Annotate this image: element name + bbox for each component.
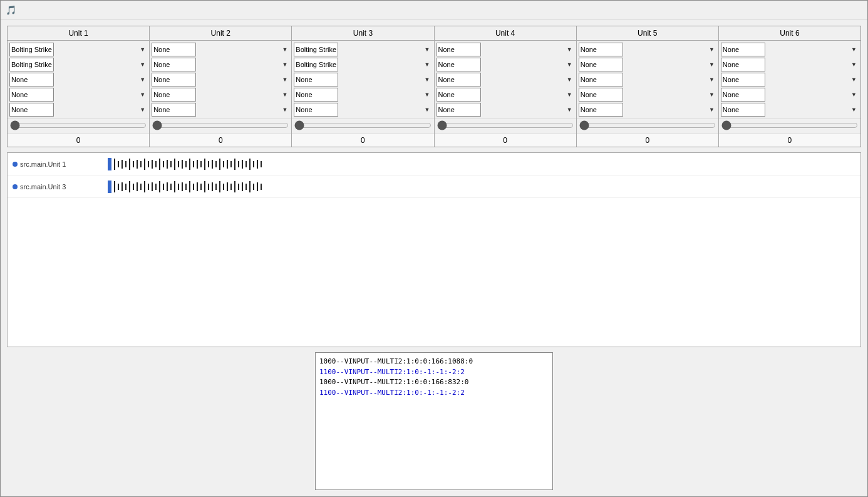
unit-slider-1[interactable] (10, 120, 147, 130)
unit-select-4-1[interactable]: NoneBolting Strike (437, 43, 481, 56)
dropdown-row-3-5: NoneBolting Strike (294, 103, 431, 117)
unit-select-2-3[interactable]: NoneBolting Strike (152, 73, 196, 86)
note-line-1-28 (215, 161, 217, 167)
note-line-1-23 (197, 160, 198, 169)
unit-select-2-1[interactable]: NoneBolting Strike (152, 43, 196, 56)
note-line-1-5 (129, 159, 130, 170)
note-line-2-5 (129, 181, 130, 192)
unit-select-4-5[interactable]: NoneBolting Strike (437, 103, 481, 117)
note-line-1-30 (223, 161, 224, 167)
unit-select-1-3[interactable]: NoneBolting Strike (9, 73, 54, 86)
dropdown-wrapper-5-4: NoneBolting Strike (579, 88, 716, 102)
note-line-1-21 (189, 159, 190, 170)
maximize-button[interactable] (829, 4, 845, 16)
dropdown-row-6-1: NoneBolting Strike (721, 43, 859, 56)
dropdown-wrapper-2-4: NoneBolting Strike (152, 88, 289, 102)
track-notes-area-2[interactable] (108, 177, 860, 196)
unit-select-5-3[interactable]: NoneBolting Strike (579, 73, 623, 86)
note-line-2-40 (261, 184, 262, 190)
output-line-1: 1000--VINPUT--MULTI2:1:0:0:166:1088:0 (319, 357, 549, 367)
unit-header-1: Unit 1 (8, 26, 149, 41)
dropdown-wrapper-6-3: NoneBolting Strike (721, 73, 859, 86)
unit-select-6-5[interactable]: NoneBolting Strike (721, 103, 765, 117)
note-line-2-18 (178, 184, 179, 190)
unit-select-6-3[interactable]: NoneBolting Strike (721, 73, 765, 86)
unit-select-3-2[interactable]: NoneBolting Strike (294, 58, 338, 71)
unit-select-5-5[interactable]: NoneBolting Strike (579, 103, 623, 117)
unit-select-3-3[interactable]: NoneBolting Strike (294, 73, 338, 86)
unit-select-2-5[interactable]: NoneBolting Strike (152, 103, 196, 117)
note-line-1-35 (242, 160, 243, 169)
unit-select-1-5[interactable]: NoneBolting Strike (9, 103, 54, 117)
unit-select-3-4[interactable]: NoneBolting Strike (294, 88, 338, 102)
unit-dropdowns-5: NoneBolting StrikeNoneBolting StrikeNone… (577, 41, 718, 118)
note-line-2-21 (189, 181, 190, 192)
note-line-1-4 (125, 161, 127, 167)
note-line-2-36 (245, 184, 247, 190)
dropdown-row-6-2: NoneBolting Strike (721, 58, 859, 71)
dropdown-wrapper-3-5: NoneBolting Strike (294, 103, 431, 117)
unit-select-1-4[interactable]: NoneBolting Strike (9, 88, 54, 102)
note-line-1-31 (227, 160, 228, 169)
unit-select-5-2[interactable]: NoneBolting Strike (579, 58, 623, 71)
unit-slider-3[interactable] (294, 120, 431, 130)
app-icon: 🎵 (6, 5, 16, 15)
unit-select-1-2[interactable]: NoneBolting Strike (9, 58, 54, 71)
unit-value-display-1: 0 (8, 133, 149, 147)
unit-select-3-5[interactable]: NoneBolting Strike (294, 103, 338, 117)
unit-select-6-4[interactable]: NoneBolting Strike (721, 88, 765, 102)
note-line-1-22 (193, 161, 194, 167)
dropdown-row-2-5: NoneBolting Strike (152, 103, 289, 117)
unit-select-2-4[interactable]: NoneBolting Strike (152, 88, 196, 102)
unit-slider-6[interactable] (721, 120, 858, 130)
dropdown-row-5-5: NoneBolting Strike (579, 103, 716, 117)
note-line-2-29 (219, 181, 220, 192)
note-line-1-37 (249, 159, 251, 170)
close-button[interactable] (846, 4, 862, 16)
note-line-1-10 (148, 161, 149, 167)
track-notes-area-1[interactable] (108, 154, 860, 174)
unit-slider-4[interactable] (437, 120, 574, 130)
piano-roll[interactable]: src.main.Unit 1src.main.Unit 3 (7, 152, 861, 347)
dropdown-wrapper-2-5: NoneBolting Strike (152, 103, 289, 117)
unit-select-4-2[interactable]: NoneBolting Strike (437, 58, 481, 71)
note-line-1-24 (200, 161, 202, 167)
unit-select-4-4[interactable]: NoneBolting Strike (437, 88, 481, 102)
dropdown-row-3-3: NoneBolting Strike (294, 73, 431, 86)
note-line-1-39 (257, 160, 258, 169)
note-line-1-32 (230, 161, 232, 167)
unit-value-display-3: 0 (292, 133, 433, 147)
piano-roll-inner: src.main.Unit 1src.main.Unit 3 (8, 153, 860, 347)
note-line-2-17 (174, 181, 175, 192)
unit-panel-3: Unit 3NoneBolting StrikeNoneBolting Stri… (292, 26, 434, 147)
unit-slider-5[interactable] (579, 120, 716, 130)
unit-select-2-2[interactable]: NoneBolting Strike (152, 58, 196, 71)
unit-select-5-1[interactable]: NoneBolting Strike (579, 43, 623, 56)
note-line-2-38 (253, 184, 254, 190)
track-marker-1 (108, 158, 111, 170)
note-line-1-7 (137, 160, 138, 169)
minimize-button[interactable] (811, 4, 827, 16)
unit-panel-1: Unit 1NoneBolting StrikeNoneBolting Stri… (8, 26, 150, 147)
note-line-2-35 (242, 182, 243, 191)
unit-select-3-1[interactable]: NoneBolting Strike (294, 43, 338, 56)
unit-select-6-2[interactable]: NoneBolting Strike (721, 58, 765, 71)
slider-container-4 (435, 118, 576, 133)
note-line-1-27 (212, 160, 213, 169)
unit-select-4-3[interactable]: NoneBolting Strike (437, 73, 481, 86)
unit-select-6-1[interactable]: NoneBolting Strike (721, 43, 765, 56)
unit-panel-2: Unit 2NoneBolting StrikeNoneBolting Stri… (150, 26, 292, 147)
slider-container-1 (8, 118, 149, 133)
dropdown-wrapper-3-4: NoneBolting Strike (294, 88, 431, 102)
note-line-1-17 (174, 159, 175, 170)
unit-slider-2[interactable] (152, 120, 289, 130)
dropdown-wrapper-3-1: NoneBolting Strike (294, 43, 431, 56)
unit-select-5-4[interactable]: NoneBolting Strike (579, 88, 623, 102)
dropdown-wrapper-3-3: NoneBolting Strike (294, 73, 431, 86)
unit-select-1-1[interactable]: NoneBolting Strike (9, 43, 54, 56)
note-line-1-8 (140, 161, 142, 167)
unit-panel-5: Unit 5NoneBolting StrikeNoneBolting Stri… (577, 26, 719, 147)
dropdown-row-5-1: NoneBolting Strike (579, 43, 716, 56)
unit-dropdowns-2: NoneBolting StrikeNoneBolting StrikeNone… (150, 41, 291, 118)
dropdown-row-2-3: NoneBolting Strike (152, 73, 289, 86)
